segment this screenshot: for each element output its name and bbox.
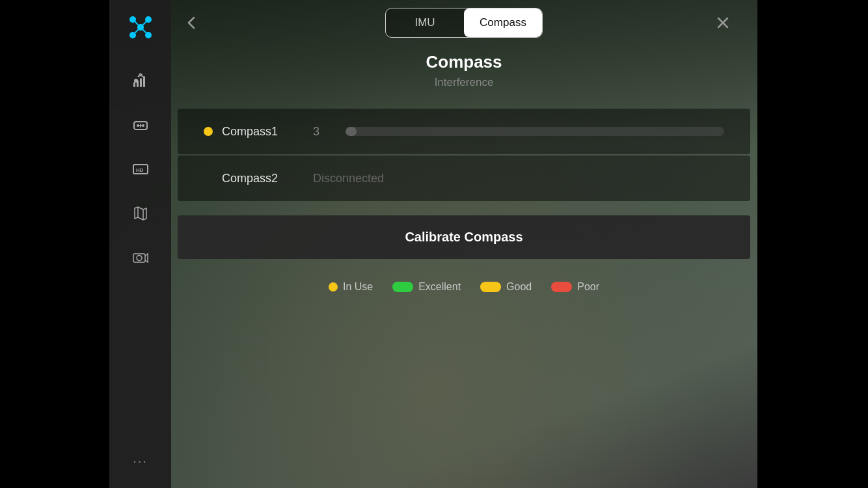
legend: In Use Excellent Good Poor <box>178 273 750 301</box>
legend-poor-pill <box>551 282 572 292</box>
sidebar-item-signal[interactable] <box>121 61 160 100</box>
compass1-status-dot <box>204 127 213 136</box>
svg-line-7 <box>133 27 141 35</box>
svg-line-8 <box>141 27 148 35</box>
svg-point-24 <box>137 256 142 261</box>
compass1-interference-bar <box>346 127 724 136</box>
calibrate-compass-button[interactable]: Calibrate Compass <box>178 215 750 259</box>
compass2-row: Compass2 Disconnected <box>178 156 750 201</box>
sidebar-item-controller[interactable] <box>121 105 160 144</box>
sidebar-more-button[interactable]: ··· <box>133 454 148 468</box>
content-area: Compass Interference Compass1 3 Compass2… <box>178 46 750 488</box>
close-button[interactable] <box>709 8 737 37</box>
compass2-status: Disconnected <box>313 172 384 185</box>
legend-good-label: Good <box>506 281 532 293</box>
svg-text:HD: HD <box>136 167 144 173</box>
tab-compass[interactable]: Compass <box>464 8 542 37</box>
legend-in-use-dot <box>329 282 338 291</box>
compass1-name: Compass1 <box>222 125 313 139</box>
svg-line-5 <box>133 20 141 27</box>
legend-excellent-label: Excellent <box>418 281 461 293</box>
legend-excellent-pill <box>392 282 413 292</box>
top-navigation: IMU Compass <box>171 8 757 38</box>
legend-poor: Poor <box>551 281 599 293</box>
svg-rect-11 <box>137 80 139 87</box>
compass1-value: 3 <box>313 125 346 139</box>
legend-excellent: Excellent <box>392 281 461 293</box>
legend-in-use: In Use <box>329 281 373 293</box>
compass2-name: Compass2 <box>222 172 313 185</box>
legend-good: Good <box>480 281 532 293</box>
right-black-bar <box>757 0 868 488</box>
main-panel: IMU Compass Compass Interference Compass… <box>171 0 757 488</box>
svg-line-6 <box>141 20 148 27</box>
sidebar-item-map[interactable] <box>121 194 160 233</box>
legend-in-use-label: In Use <box>343 281 373 293</box>
left-black-bar <box>0 0 109 488</box>
app-logo[interactable] <box>126 13 155 42</box>
compass1-interference-fill <box>346 127 357 136</box>
legend-poor-label: Poor <box>577 281 599 293</box>
sidebar: HD ··· <box>109 0 171 488</box>
sidebar-item-camera-settings[interactable] <box>121 238 160 277</box>
svg-rect-10 <box>133 82 135 87</box>
legend-good-pill <box>480 282 501 292</box>
tab-group: IMU Compass <box>385 8 543 38</box>
tab-imu[interactable]: IMU <box>386 8 464 37</box>
section-subtitle: Interference <box>178 76 750 89</box>
section-title: Compass <box>178 52 750 72</box>
svg-rect-12 <box>140 78 142 87</box>
svg-rect-13 <box>143 76 145 87</box>
back-button[interactable] <box>178 8 206 37</box>
compass1-row: Compass1 3 <box>178 109 750 154</box>
sidebar-item-hd[interactable]: HD <box>121 150 160 189</box>
